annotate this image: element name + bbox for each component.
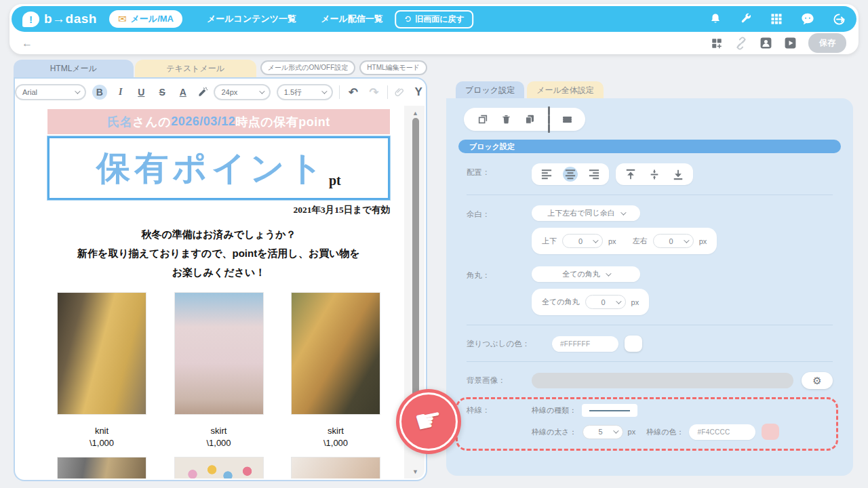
restore-old-screen-button[interactable]: 旧画面に戻す	[395, 10, 473, 28]
point-box[interactable]: 保有ポイント pt	[47, 136, 390, 200]
radius-label: 角丸：	[467, 266, 532, 281]
back-button[interactable]: ←	[22, 38, 33, 49]
hand-cursor-annotation: ☛	[396, 389, 461, 454]
tab-html-mail[interactable]: HTMLメール	[14, 60, 134, 77]
chevron-down-icon	[616, 298, 621, 304]
product-name: skirt	[281, 426, 390, 436]
tab-mail-overall-settings[interactable]: メール全体設定	[527, 81, 604, 98]
align-center-button[interactable]	[563, 167, 578, 182]
product-price: \1,000	[281, 438, 390, 448]
border-type-select[interactable]	[582, 404, 637, 417]
link-icon[interactable]	[394, 87, 405, 98]
radius-values-box: 全ての角丸 0 px	[532, 289, 649, 315]
logo-text: b→dash	[44, 12, 97, 26]
product-image	[291, 457, 380, 479]
align-right-button[interactable]	[587, 167, 601, 182]
line-height-select[interactable]: 1.5行	[277, 84, 333, 100]
email-editor-panel: HTMLメール テキストメール メール形式のON/OFF設定 HTML編集モード…	[14, 60, 427, 481]
header: ! b→dash ✉ メール/MA メールコンテンツ一覧 メール配信一覧 旧画面…	[9, 4, 859, 54]
margin-vertical-select[interactable]: 0	[562, 234, 603, 248]
bg-image-settings-button[interactable]: ⚙	[802, 372, 833, 389]
font-size-select[interactable]: 24px	[214, 84, 270, 100]
radius-select[interactable]: 0	[585, 295, 626, 309]
badge-label: メール/MA	[131, 13, 174, 25]
trash-icon[interactable]	[501, 114, 511, 125]
bdash-logo[interactable]: ! b→dash	[22, 12, 97, 27]
mail-format-onoff-button[interactable]: メール形式のON/OFF設定	[260, 60, 355, 75]
nav-item-mail-delivery[interactable]: メール配信一覧	[321, 13, 383, 25]
italic-button[interactable]: I	[113, 85, 128, 100]
mail-icon: ✉	[118, 13, 127, 25]
undo-button[interactable]: ↶	[346, 85, 361, 100]
unit-px: px	[608, 237, 616, 245]
html-edit-mode-button[interactable]: HTML編集モード	[359, 60, 427, 75]
border-color-input[interactable]: #F4CCCC	[689, 424, 755, 440]
valign-top-button[interactable]	[623, 167, 638, 182]
highlighter-icon[interactable]	[197, 87, 208, 98]
bold-button[interactable]: B	[92, 85, 107, 100]
product-image	[57, 292, 146, 415]
margin-horizontal-select[interactable]: 0	[653, 234, 694, 248]
font-color-button[interactable]: A	[176, 85, 191, 100]
email-body-text: 秋冬の準備はお済みでしょうか？ 新作を取り揃えておりますので、pointを活用し…	[47, 225, 390, 281]
apps-grid-icon[interactable]	[770, 13, 783, 25]
email-preview[interactable]: 氏名さんの2026/03/12時点の保有point 保有ポイント pt 2021…	[16, 106, 425, 479]
tab-text-mail[interactable]: テキストメール	[135, 60, 256, 77]
toolbar-divider	[339, 85, 340, 99]
merge-tag-button[interactable]: Y	[411, 85, 426, 100]
margin-horizontal-label: 左右	[633, 236, 648, 246]
font-family-select[interactable]: Arial	[15, 84, 86, 100]
wrench-icon[interactable]	[740, 13, 752, 25]
fill-color-swatch[interactable]	[625, 336, 642, 352]
scroll-up-icon[interactable]: ▲	[412, 110, 418, 117]
product-card[interactable]: skirt \1,000	[165, 292, 273, 448]
person-icon[interactable]	[760, 37, 772, 49]
align-left-button[interactable]	[539, 167, 554, 182]
email-banner: 氏名さんの2026/03/12時点の保有point	[47, 109, 390, 134]
product-card[interactable]: skirt \1,000	[281, 292, 390, 448]
assistant-chat-icon[interactable]	[801, 13, 814, 25]
bg-image-field[interactable]	[532, 373, 793, 388]
copy-icon[interactable]	[524, 114, 535, 125]
valign-middle-button[interactable]	[647, 167, 662, 182]
scroll-down-icon[interactable]: ▼	[412, 468, 418, 475]
product-image	[174, 292, 264, 415]
product-card[interactable]: knit \1,000	[47, 292, 156, 448]
margin-mode-select[interactable]: 上下左右で同じ余白	[532, 205, 640, 221]
chevron-down-icon	[259, 88, 264, 94]
underline-button[interactable]: U	[134, 85, 149, 100]
save-button[interactable]: 保存	[808, 33, 846, 53]
block-tools	[464, 108, 585, 131]
bell-icon[interactable]	[709, 13, 722, 25]
border-width-select[interactable]: 5	[583, 425, 623, 439]
rows-layout-icon[interactable]	[563, 117, 572, 123]
product-badge-mail-ma[interactable]: ✉ メール/MA	[109, 10, 182, 28]
divider	[467, 195, 833, 195]
unlink-icon[interactable]	[734, 37, 748, 50]
move-block-icon[interactable]	[477, 114, 488, 125]
redo-button[interactable]: ↷	[367, 85, 382, 100]
valign-bottom-button[interactable]	[671, 167, 686, 182]
product-name: skirt	[165, 426, 273, 436]
nav-item-mail-contents[interactable]: メールコンテンツ一覧	[207, 13, 296, 25]
margin-label: 余白：	[467, 205, 532, 220]
columns-layout-icon[interactable]	[548, 106, 550, 133]
scrollbar-thumb[interactable]	[412, 118, 419, 431]
tab-block-settings[interactable]: ブロック設定	[456, 81, 524, 98]
merge-field-name: 氏名	[107, 114, 132, 130]
play-video-icon[interactable]	[784, 37, 797, 49]
add-block-icon[interactable]	[711, 37, 723, 49]
product-price: \1,000	[165, 438, 273, 448]
fill-color-input[interactable]: #FFFFFF	[552, 336, 618, 352]
radius-mode-select[interactable]: 全ての角丸	[532, 266, 640, 282]
product-image	[57, 457, 146, 479]
settings-panel: ブロック設定 メール全体設定 ブロック設定 配置：	[446, 80, 853, 476]
border-type-label: 枠線の種類：	[532, 405, 576, 415]
strikethrough-button[interactable]: S	[155, 85, 170, 100]
radius-all-label: 全ての角丸	[542, 297, 580, 307]
chevron-down-icon	[321, 88, 327, 94]
sign-out-icon[interactable]	[833, 13, 846, 26]
border-width-label: 枠線の太さ：	[532, 427, 577, 437]
email-sheet: 氏名さんの2026/03/12時点の保有point 保有ポイント pt 2021…	[47, 106, 390, 479]
border-color-swatch[interactable]	[762, 424, 779, 440]
